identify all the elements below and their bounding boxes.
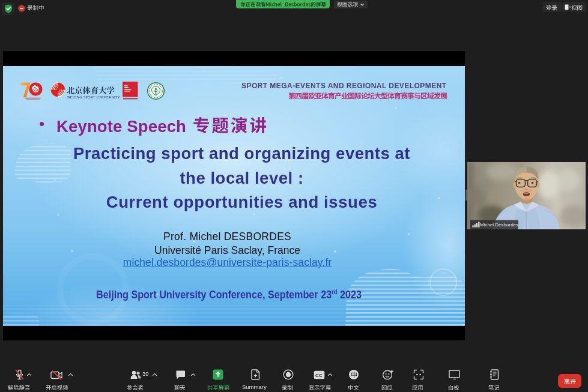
svg-text:Michel Desbordes: Michel Desbordes: [480, 222, 518, 228]
svg-text:CC: CC: [315, 373, 323, 378]
